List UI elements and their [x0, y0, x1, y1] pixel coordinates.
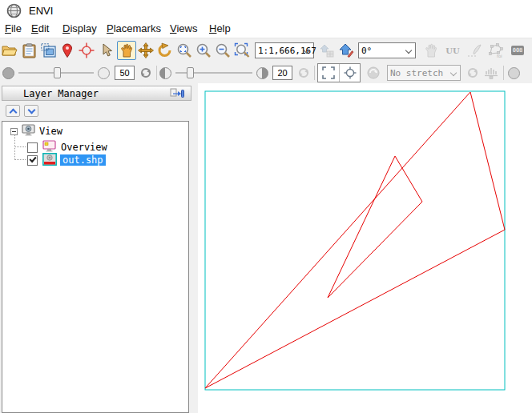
- overview-label: Overview: [61, 142, 107, 153]
- zoom-fit-icon[interactable]: [175, 41, 194, 60]
- overview-checkbox[interactable]: [27, 142, 38, 153]
- layer-manager-header[interactable]: Layer Manager: [2, 86, 191, 101]
- brightness-input[interactable]: [115, 66, 135, 80]
- view-label: View: [39, 126, 62, 137]
- contrast-right-icon: [256, 67, 268, 79]
- contrast-left-icon: [159, 67, 171, 79]
- go-up-level-icon: [317, 41, 337, 60]
- placemark-pin-icon[interactable]: [58, 41, 77, 60]
- clipped-circle-icon: [508, 67, 520, 79]
- zoom-mode-toggle-group: [317, 63, 361, 82]
- shapefile-layer-icon: [42, 153, 57, 168]
- small-triangle: [328, 156, 422, 298]
- zoom-in-icon[interactable]: [194, 41, 213, 60]
- svg-text:roi: roi: [497, 54, 502, 58]
- mensuration-008-icon: 008: [508, 41, 527, 60]
- histogram-stretch-icon: [483, 65, 499, 81]
- stretch-combo: No stretch: [387, 65, 461, 81]
- tree-row-view[interactable]: View: [2, 125, 62, 138]
- chevron-down-icon: [405, 47, 412, 54]
- menu-display[interactable]: Display: [62, 22, 97, 34]
- window-title: ENVI: [29, 5, 53, 17]
- go-up-edit-icon[interactable]: [337, 41, 356, 60]
- zoom-extent-toggle-icon[interactable]: [318, 64, 339, 82]
- main-toolbar: 1:1,666,167 0° UU: [0, 38, 532, 62]
- fly-move-icon[interactable]: [136, 41, 155, 60]
- outshp-checkbox[interactable]: [27, 155, 38, 166]
- chevron-down-icon: [450, 70, 457, 76]
- scale-combo[interactable]: 1:1,666,167: [255, 42, 314, 58]
- refresh-contrast-icon: [296, 65, 312, 81]
- rotate-view-icon[interactable]: [155, 41, 175, 60]
- vector-vertices-icon: UU: [443, 41, 462, 60]
- open-folder-icon[interactable]: [0, 41, 19, 60]
- menu-views[interactable]: Views: [170, 22, 197, 34]
- brightness-light-icon: [98, 67, 110, 79]
- crosshair-center-toggle-icon[interactable]: [339, 64, 360, 82]
- menu-bar: File Edit Display Placemarks Views Help: [0, 22, 532, 38]
- display-adjust-toolbar: No stretch: [0, 62, 532, 83]
- pan-hand-icon[interactable]: [117, 41, 136, 60]
- rotation-combo[interactable]: 0°: [358, 42, 416, 58]
- image-view[interactable]: [198, 83, 532, 413]
- envi-logo-icon: [6, 3, 22, 22]
- move-layer-up-button[interactable]: [6, 105, 20, 117]
- layer-tree: View Overview: [2, 121, 189, 413]
- vector-layer-svg: [198, 83, 532, 413]
- annotation-pen-icon: [465, 41, 484, 60]
- sharpen-slider[interactable]: [175, 66, 252, 80]
- vector-hand-icon: [421, 41, 441, 60]
- refresh-brightness-icon[interactable]: [138, 65, 154, 81]
- view-monitor-icon: [22, 124, 35, 138]
- move-layer-down-button[interactable]: [24, 105, 38, 117]
- refresh-stretch-icon: [465, 65, 481, 81]
- data-manager-clipboard-icon[interactable]: [19, 41, 38, 60]
- layer-manager-panel: Layer Manager: [0, 83, 198, 413]
- layer-manager-title: Layer Manager: [23, 88, 99, 99]
- title-bar: ENVI: [0, 0, 532, 22]
- zoom-out-icon[interactable]: [213, 41, 232, 60]
- menu-file[interactable]: File: [5, 22, 22, 34]
- shapefile-polygons: [205, 92, 505, 388]
- brightness-slider[interactable]: [18, 66, 94, 80]
- zoom-box-icon[interactable]: [232, 41, 252, 60]
- brightness-dark-icon: [2, 67, 14, 79]
- menu-placemarks[interactable]: Placemarks: [107, 22, 161, 34]
- menu-help[interactable]: Help: [209, 22, 231, 34]
- spatial-subset-icon[interactable]: [38, 41, 58, 60]
- tree-row-outshp[interactable]: out.shp: [2, 154, 106, 166]
- outshp-label: out.shp: [60, 154, 106, 166]
- sharpen-input[interactable]: [272, 66, 292, 80]
- collapse-expander-icon[interactable]: [10, 128, 18, 135]
- select-arrow-icon[interactable]: [98, 41, 117, 60]
- crosshair-cursor-icon[interactable]: [77, 41, 96, 60]
- menu-edit[interactable]: Edit: [31, 22, 49, 34]
- dock-pin-icon[interactable]: [170, 88, 184, 102]
- sync-rotate-icon: [364, 63, 383, 82]
- roi-tool-icon: roi: [486, 41, 506, 60]
